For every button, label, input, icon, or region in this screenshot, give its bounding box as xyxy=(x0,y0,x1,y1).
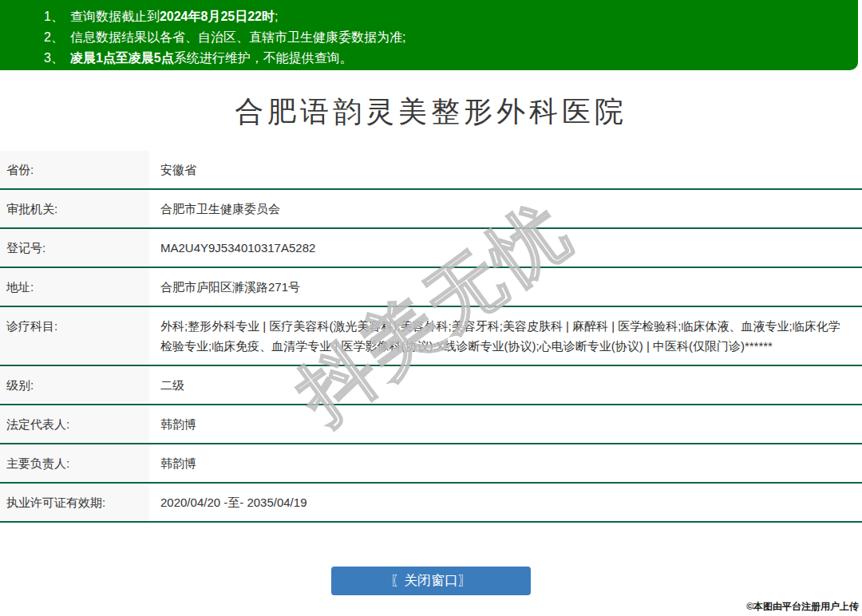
notice-text: 系统进行维护，不能提供查询。 xyxy=(174,51,353,65)
notice-number: 1、 xyxy=(44,6,64,27)
row-value: 合肥市卫生健康委员会 xyxy=(149,190,862,227)
notice-text: 查询数据截止到 xyxy=(70,10,160,23)
copyright-note: ©本图由平台注册用户上传 xyxy=(746,600,859,614)
notice-text-bold: 2024年8月25日22时 xyxy=(160,10,275,23)
table-row-main-person-in-charge: 主要负责人: 韩韵博 xyxy=(0,444,862,484)
row-label: 法定代表人: xyxy=(0,405,149,443)
row-value: 2020/04/20 -至- 2035/04/19 xyxy=(149,484,862,521)
notice-number: 2、 xyxy=(44,27,64,48)
notice-line: 1、查询数据截止到2024年8月25日22时; xyxy=(44,6,850,27)
table-row-approval-authority: 审批机关: 合肥市卫生健康委员会 xyxy=(0,190,862,229)
table-row-registration-number: 登记号: MA2U4Y9J534010317A5282 xyxy=(0,229,862,268)
row-value: 外科;整形外科专业 | 医疗美容科(激光美容科);美容外科;美容牙科;美容皮肤科… xyxy=(149,307,862,365)
row-value: 二级 xyxy=(149,366,862,404)
table-row-treatment-subjects: 诊疗科目: 外科;整形外科专业 | 医疗美容科(激光美容科);美容外科;美容牙科… xyxy=(0,307,862,366)
row-value: 韩韵博 xyxy=(149,405,862,443)
table-row-level: 级别: 二级 xyxy=(0,366,862,405)
table-row-license-validity: 执业许可证有效期: 2020/04/20 -至- 2035/04/19 xyxy=(0,484,862,523)
notice-banner: 1、查询数据截止到2024年8月25日22时; 2、信息数据结果以各省、自治区、… xyxy=(0,0,858,70)
close-window-button[interactable]: 〖关闭窗口〗 xyxy=(331,567,531,595)
notice-line: 3、凌晨1点至凌晨5点系统进行维护，不能提供查询。 xyxy=(44,48,850,69)
row-label: 审批机关: xyxy=(0,190,149,227)
row-label: 执业许可证有效期: xyxy=(0,484,149,521)
table-row-legal-representative: 法定代表人: 韩韵博 xyxy=(0,405,862,444)
row-label: 省份: xyxy=(0,151,149,188)
notice-line: 2、信息数据结果以各省、自治区、直辖市卫生健康委数据为准; xyxy=(44,27,850,48)
notice-text: ; xyxy=(275,10,278,23)
row-label: 地址: xyxy=(0,268,149,306)
notice-text: 信息数据结果以各省、自治区、直辖市卫生健康委数据为准; xyxy=(70,30,405,44)
row-label: 诊疗科目: xyxy=(0,307,149,365)
table-row-province: 省份: 安徽省 xyxy=(0,151,862,190)
notice-text-bold: 凌晨1点至凌晨5点 xyxy=(70,51,174,65)
button-bar: 〖关闭窗口〗 xyxy=(0,567,862,595)
row-label: 登记号: xyxy=(0,229,149,267)
table-row-address: 地址: 合肥市庐阳区濉溪路271号 xyxy=(0,268,862,307)
row-value: MA2U4Y9J534010317A5282 xyxy=(149,229,862,267)
row-label: 级别: xyxy=(0,366,149,404)
hospital-info-table: 省份: 安徽省 审批机关: 合肥市卫生健康委员会 登记号: MA2U4Y9J53… xyxy=(0,151,862,523)
row-value: 韩韵博 xyxy=(149,444,862,482)
row-value: 安徽省 xyxy=(149,151,862,188)
notice-number: 3、 xyxy=(44,48,64,69)
row-label: 主要负责人: xyxy=(0,444,149,482)
row-value: 合肥市庐阳区濉溪路271号 xyxy=(149,268,862,306)
page-title: 合肥语韵灵美整形外科医院 xyxy=(0,93,862,132)
